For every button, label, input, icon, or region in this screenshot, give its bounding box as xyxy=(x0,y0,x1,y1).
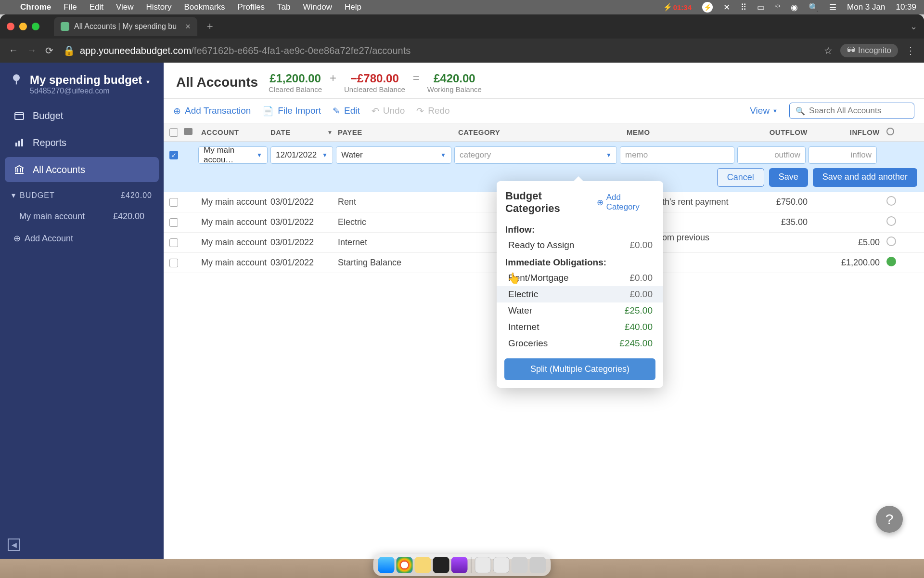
search-input[interactable]: 🔍 xyxy=(789,103,914,119)
edit-button[interactable]: ✎Edit xyxy=(333,105,360,117)
menubar-time[interactable]: 10:39 xyxy=(896,2,916,12)
close-window[interactable] xyxy=(7,23,14,30)
status-icon[interactable]: ✕ xyxy=(723,2,730,13)
row-checkbox[interactable] xyxy=(169,218,178,227)
reload-button[interactable]: ⟳ xyxy=(45,45,53,56)
file-import-button[interactable]: 📄File Import xyxy=(262,105,321,117)
dock-app-icon[interactable] xyxy=(451,557,468,573)
spotlight-icon[interactable]: 🔍 xyxy=(808,2,819,13)
redo-button[interactable]: ↷Redo xyxy=(416,105,449,117)
collapse-sidebar-button[interactable]: ◀ xyxy=(8,539,20,551)
dropdown-item[interactable]: Rent/Mortgage£0.00 xyxy=(497,270,663,286)
payee-select[interactable]: Water▼ xyxy=(336,146,451,164)
wifi-icon[interactable]: ⌔ xyxy=(775,2,780,12)
menubar-item[interactable]: History xyxy=(146,2,171,12)
tabs-dropdown-icon[interactable]: ⌄ xyxy=(910,21,917,32)
menubar-item[interactable]: Help xyxy=(345,2,361,12)
cleared-toggle[interactable] xyxy=(886,216,896,226)
add-transaction-button[interactable]: ⊕Add Transaction xyxy=(173,105,251,117)
dropdown-item[interactable]: Ready to Assign£0.00 xyxy=(497,237,663,253)
menubar-item[interactable]: Profiles xyxy=(237,2,265,12)
save-button[interactable]: Save xyxy=(769,168,808,187)
dock-app-icon[interactable] xyxy=(493,557,510,573)
add-category-button[interactable]: ⊕Add Category xyxy=(597,193,654,212)
column-account[interactable]: ACCOUNT xyxy=(198,128,270,136)
close-tab-icon[interactable]: × xyxy=(185,22,191,32)
row-checkbox[interactable] xyxy=(169,259,178,267)
row-checkbox[interactable] xyxy=(169,238,178,247)
column-category[interactable]: CATEGORY xyxy=(458,128,627,136)
menubar-item[interactable]: Edit xyxy=(90,2,103,12)
undo-button[interactable]: ↶Undo xyxy=(372,105,405,117)
dropdown-item[interactable]: Water£25.00 xyxy=(497,302,663,319)
column-date[interactable]: DATE▼ xyxy=(270,128,338,136)
dock-app-icon[interactable] xyxy=(475,557,491,573)
menubar-item[interactable]: Bookmarks xyxy=(184,2,225,12)
dock-trash-icon[interactable] xyxy=(530,557,546,573)
menubar-date[interactable]: Mon 3 Jan xyxy=(847,2,885,12)
menu-icon[interactable]: ⋮ xyxy=(906,45,915,56)
sidebar-section-budget[interactable]: ▾ BUDGET £420.00 xyxy=(5,184,159,207)
bookmark-icon[interactable]: ☆ xyxy=(824,45,833,56)
forward-button[interactable]: → xyxy=(27,45,37,56)
column-memo[interactable]: MEMO xyxy=(627,128,742,136)
view-button[interactable]: View ▼ xyxy=(750,105,778,116)
dock-terminal-icon[interactable] xyxy=(433,557,449,573)
dock-app-icon[interactable] xyxy=(415,557,431,573)
budget-switcher[interactable]: My spending budget ▼ 5d485270@uifeed.com xyxy=(5,70,159,103)
sidebar-item-reports[interactable]: Reports xyxy=(5,130,159,155)
cleared-toggle[interactable] xyxy=(886,236,896,246)
incognito-badge[interactable]: 🕶 Incognito xyxy=(840,44,898,57)
dropdown-item[interactable]: Groceries£245.00 xyxy=(497,335,663,352)
row-checkbox[interactable] xyxy=(169,198,178,207)
column-payee[interactable]: PAYEE xyxy=(338,128,458,136)
menubar-app[interactable]: Chrome xyxy=(20,2,51,12)
help-button[interactable]: ? xyxy=(876,506,903,533)
url-field[interactable]: 🔒 app.youneedabudget.com/fe67162b-e665-4… xyxy=(63,45,814,56)
save-add-another-button[interactable]: Save and add another xyxy=(813,168,917,187)
sidebar-account[interactable]: My main account £420.00 xyxy=(5,207,159,226)
select-all-checkbox[interactable] xyxy=(169,128,178,137)
plus-icon: + xyxy=(330,71,336,93)
back-button[interactable]: ← xyxy=(9,45,18,56)
status-icon[interactable]: ◉ xyxy=(791,2,798,13)
minimize-window[interactable] xyxy=(19,23,27,30)
account-select[interactable]: My main accou…▼ xyxy=(198,146,268,164)
add-account-button[interactable]: ⊕ Add Account xyxy=(5,226,159,250)
dock-finder-icon[interactable] xyxy=(378,557,395,573)
cleared-toggle[interactable] xyxy=(886,257,896,266)
control-center-icon[interactable]: ☰ xyxy=(829,2,836,13)
cleared-toggle[interactable] xyxy=(886,196,896,206)
outflow-input[interactable]: outflow xyxy=(737,146,806,164)
inflow-input[interactable]: inflow xyxy=(808,146,877,164)
date-select[interactable]: 12/01/2022▼ xyxy=(270,146,333,164)
cancel-button[interactable]: Cancel xyxy=(717,168,764,187)
dropdown-item[interactable]: Internet£40.00 xyxy=(497,319,663,335)
browser-tab[interactable]: All Accounts | My spending bu × xyxy=(54,17,197,36)
row-checkbox[interactable]: ✓ xyxy=(169,151,178,159)
split-categories-button[interactable]: Split (Multiple Categories) xyxy=(504,358,655,380)
memo-input[interactable]: memo xyxy=(620,146,734,164)
column-inflow[interactable]: INFLOW xyxy=(814,128,886,136)
dropdown-item[interactable]: Electric£0.00 xyxy=(497,286,663,302)
column-cleared[interactable] xyxy=(886,128,904,137)
menubar-item[interactable]: File xyxy=(64,2,77,12)
menubar-item[interactable]: Window xyxy=(303,2,332,12)
column-outflow[interactable]: OUTFLOW xyxy=(742,128,814,136)
menubar-item[interactable]: View xyxy=(116,2,134,12)
status-icon[interactable]: ⠿ xyxy=(741,2,746,13)
battery-icon[interactable]: ▭ xyxy=(757,2,765,13)
dock-chrome-icon[interactable] xyxy=(397,557,413,573)
new-tab-button[interactable]: + xyxy=(207,20,213,33)
cell-payee: Starting Balance xyxy=(338,258,458,268)
sidebar-item-all-accounts[interactable]: All Accounts xyxy=(5,157,159,182)
dock-app-icon[interactable] xyxy=(512,557,528,573)
search-field[interactable] xyxy=(809,106,911,116)
flag-icon[interactable] xyxy=(184,128,192,135)
status-icon[interactable]: ⚡ xyxy=(702,2,713,13)
battery-status[interactable]: ⚡01:34 xyxy=(663,3,692,12)
sidebar-item-budget[interactable]: Budget xyxy=(5,103,159,128)
maximize-window[interactable] xyxy=(32,23,39,30)
menubar-item[interactable]: Tab xyxy=(277,2,290,12)
category-select[interactable]: category▼ xyxy=(454,146,617,164)
